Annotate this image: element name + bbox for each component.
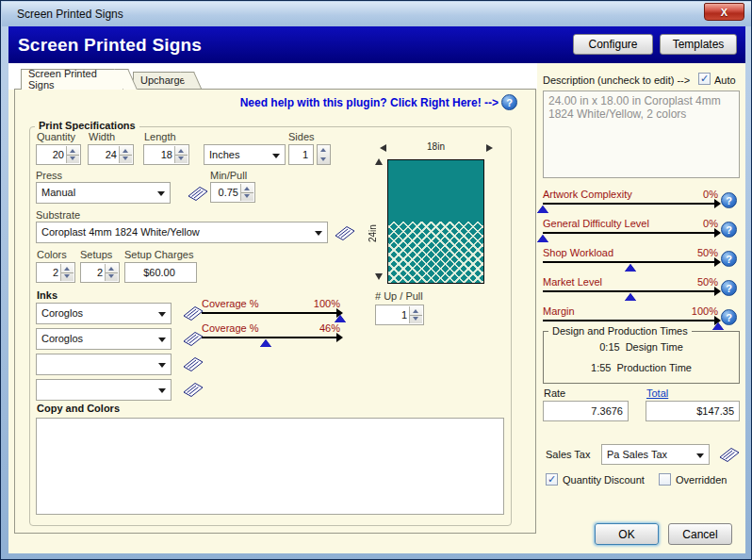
help-link[interactable]: Need help with this plugin? Click Right … [227,96,499,109]
substrate-dropdown[interactable]: Coroplast 4mm 1824 White/Yellow [36,222,328,243]
slider-thumb[interactable] [335,315,346,322]
description-label: Description (uncheck to edit) --> [543,74,690,86]
configure-label: Configure [588,38,637,51]
total-link[interactable]: Total [646,387,668,399]
shop-workload-slider: Shop Workload50% [543,247,718,270]
notes-icon[interactable] [183,305,204,321]
quantity-discount-checkbox[interactable]: ✓ [546,473,558,486]
units-dropdown[interactable]: Inches [204,144,286,165]
sides-spinner[interactable] [317,144,331,165]
quantity-spinner[interactable] [66,146,79,163]
quantity-field[interactable] [36,144,81,165]
design-time-value: 0:15 [599,341,619,353]
length-field[interactable] [143,144,189,165]
chevron-down-icon [158,363,166,368]
height-dimension-label: 24in [368,201,378,242]
help-icon[interactable]: ? [501,94,517,110]
question-glyph: ? [726,195,732,206]
setup-charges-field[interactable] [124,262,197,283]
dialog-window: Screen Printed Signs X Screen Printed Si… [0,0,752,560]
help-icon[interactable]: ? [721,192,737,208]
help-icon[interactable]: ? [721,280,737,296]
notes-icon[interactable] [719,447,740,463]
colors-label: Colors [37,249,67,260]
setups-field[interactable] [80,262,120,283]
slider-track[interactable] [202,312,340,314]
up-pull-field[interactable] [375,305,424,325]
min-pull-spinner[interactable] [240,184,253,201]
ink-dropdown-1[interactable]: Coroglos [36,303,172,324]
ink-dropdown-3[interactable] [36,354,172,375]
slider-thumb[interactable] [712,322,724,330]
total-input[interactable] [646,402,739,420]
quantity-discount-label: Quantity Discount [563,474,645,486]
sides-label: Sides [288,131,315,142]
ink-dropdown-2[interactable]: Coroglos [36,328,172,350]
ink-dropdown-4[interactable] [36,379,172,401]
description-area: 24.00 in x 18.00 in Coroplast 4mm 1824 W… [543,91,740,178]
setup-charges-input[interactable] [125,263,196,282]
sides-field[interactable] [288,144,314,165]
help-icon[interactable]: ? [721,251,737,267]
slider-track[interactable] [543,290,718,292]
slider-thumb[interactable] [537,235,548,242]
overridden-checkbox[interactable]: ✓ [659,473,671,486]
slider-track[interactable] [543,320,718,321]
slider-label: Shop Workload [543,247,613,258]
slider-thumb[interactable] [625,264,636,272]
width-field[interactable] [88,144,134,165]
coverage-label: Coverage % [202,298,259,309]
design-time-label: Design Time [626,341,683,353]
slider-track[interactable] [543,232,718,234]
up-pull-spinner[interactable] [409,306,422,323]
description-textarea: 24.00 in x 18.00 in Coroplast 4mm 1824 W… [544,91,739,177]
copy-and-colors-area[interactable] [36,418,504,515]
notes-icon[interactable] [188,186,208,202]
cancel-button[interactable]: Cancel [668,523,732,545]
width-label: Width [89,131,115,142]
length-spinner[interactable] [174,146,188,163]
slider-thumb[interactable] [537,206,548,213]
sides-input[interactable] [289,145,313,164]
slider-arrow-icon [714,199,721,208]
slider-label: Margin [543,305,575,317]
slider-track[interactable] [202,337,340,338]
arrow-left-icon [380,144,386,152]
slider-track[interactable] [543,203,718,205]
rate-input[interactable] [544,402,628,420]
templates-label: Templates [673,38,725,51]
copy-and-colors-textarea[interactable] [37,419,503,514]
tab-upcharges[interactable]: Upcharges [133,72,188,89]
sales-tax-dropdown[interactable]: Pa Sales Tax [601,444,710,465]
slider-arrow-icon [336,333,343,342]
notes-icon[interactable] [183,331,204,347]
coverage-slider-1: Coverage % 100% [202,298,340,321]
width-dimension-label: 18in [387,141,484,152]
length-label: Length [144,131,176,142]
close-button[interactable]: X [704,3,744,21]
colors-spinner[interactable] [60,264,74,281]
press-dropdown[interactable]: Manual [36,182,171,204]
setups-spinner[interactable] [105,264,118,281]
overridden-label: Overridden [676,474,727,486]
arrow-down-icon [375,273,383,280]
rate-field[interactable] [543,401,629,421]
auto-checkbox[interactable]: ✓ [698,73,711,85]
slider-thumb[interactable] [625,293,636,301]
min-pull-field[interactable] [210,182,255,203]
total-field[interactable] [646,401,740,421]
tab-screen-printed-signs[interactable]: Screen Printed Signs [21,69,123,90]
slider-thumb[interactable] [260,339,271,347]
notes-icon[interactable] [183,382,204,398]
help-icon[interactable]: ? [721,222,737,238]
notes-icon[interactable] [183,356,204,372]
width-spinner[interactable] [119,146,132,163]
configure-button[interactable]: Configure [573,34,653,55]
substrate-value: Coroplast 4mm 1824 White/Yellow [41,226,200,238]
templates-button[interactable]: Templates [660,34,737,55]
colors-field[interactable] [36,262,75,283]
notes-icon[interactable] [335,225,355,241]
help-icon[interactable]: ? [721,309,737,325]
ok-button[interactable]: OK [595,523,659,545]
slider-track[interactable] [543,261,718,263]
